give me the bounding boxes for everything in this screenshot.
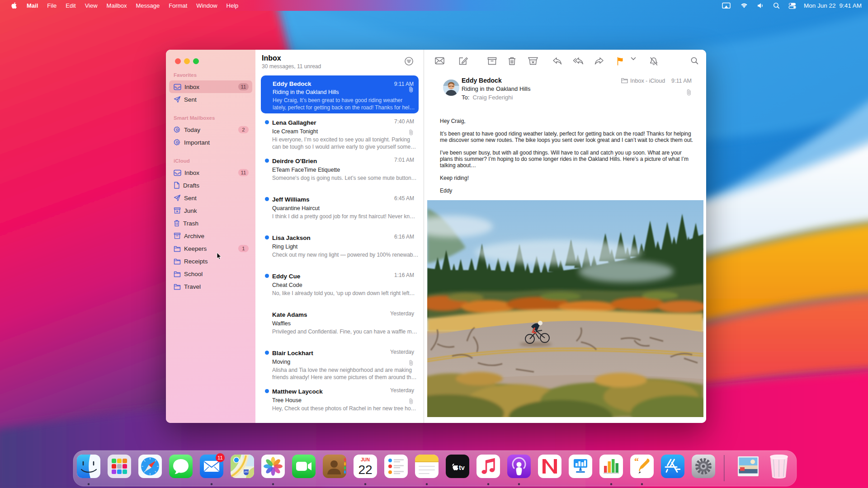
svg-text:tv: tv: [459, 464, 465, 471]
svg-text:JUN: JUN: [361, 457, 370, 462]
svg-text:“: “: [634, 456, 639, 466]
svg-text:22: 22: [358, 463, 372, 477]
svg-text:11: 11: [217, 455, 223, 460]
svg-text:280: 280: [244, 470, 249, 473]
